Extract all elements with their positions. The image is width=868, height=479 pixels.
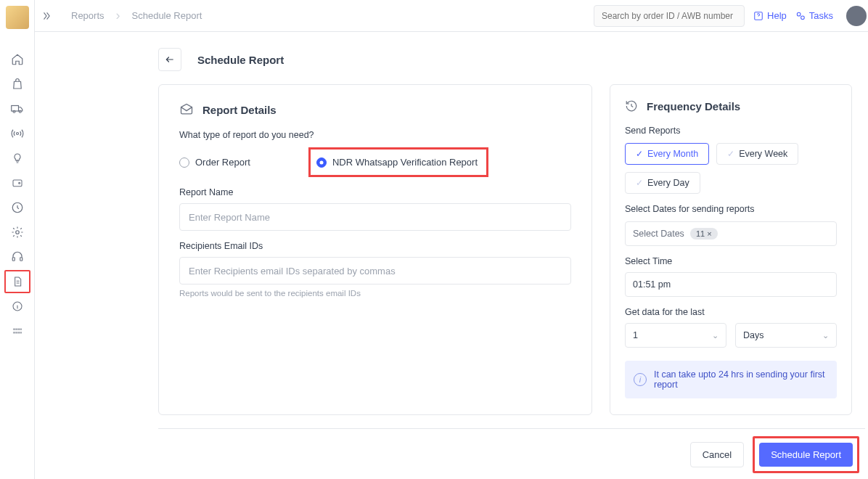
- check-icon: ✓: [636, 149, 643, 159]
- select-dates-input[interactable]: Select Dates 11 ×: [625, 221, 837, 246]
- arrow-left-icon: [164, 54, 176, 65]
- sidebar-item-home[interactable]: [4, 48, 30, 71]
- help-icon: [753, 11, 763, 21]
- breadcrumb-reports[interactable]: Reports: [61, 1, 115, 30]
- sidebar-item-reports[interactable]: [4, 270, 30, 293]
- select-dates-label: Select Dates for sending reports: [625, 204, 837, 214]
- chevron-down-icon: ⌄: [822, 331, 829, 340]
- svg-rect-9: [20, 258, 22, 261]
- freq-every-month[interactable]: ✓Every Month: [625, 143, 709, 165]
- main: Schedule Report Report Details What type…: [35, 32, 868, 479]
- svg-point-7: [15, 231, 19, 234]
- gear-icon: [795, 11, 806, 21]
- breadcrumb-schedule[interactable]: Schedule Report: [122, 1, 213, 30]
- time-input[interactable]: 01:51 pm: [625, 272, 837, 297]
- sidebar-item-settings[interactable]: [4, 221, 30, 244]
- divider: [158, 428, 865, 429]
- recipients-label: Recipients Email IDs: [179, 241, 571, 251]
- svg-point-5: [18, 182, 20, 184]
- page-header: Schedule Report: [35, 48, 868, 71]
- radio-label: NDR Whatsapp Verification Report: [332, 157, 478, 168]
- report-details-card: Report Details What type of report do yo…: [158, 84, 592, 415]
- history-icon: [625, 99, 638, 112]
- expand-sidebar-button[interactable]: [35, 4, 58, 28]
- info-icon: i: [634, 373, 647, 386]
- select-dates-text: Select Dates: [633, 229, 684, 239]
- recipients-hint: Reports would be sent to the recipients …: [179, 289, 571, 298]
- check-icon: ✓: [636, 178, 643, 188]
- report-name-input[interactable]: [179, 203, 571, 231]
- help-text: Help: [767, 10, 787, 21]
- search-input[interactable]: [594, 5, 745, 27]
- schedule-report-button[interactable]: Schedule Report: [759, 443, 853, 467]
- range-value-select[interactable]: 1⌄: [625, 323, 726, 348]
- info-banner: i It can take upto 24 hrs in sending you…: [625, 361, 837, 398]
- sidebar-item-refresh[interactable]: [4, 196, 30, 219]
- svg-point-13: [801, 16, 804, 20]
- envelope-icon: [179, 102, 194, 117]
- app-logo: [6, 6, 29, 29]
- sidebar-item-bag[interactable]: [4, 73, 30, 96]
- sidebar: [0, 0, 35, 479]
- sidebar-item-barcode[interactable]: [4, 319, 30, 343]
- info-text: It can take upto 24 hrs in sending your …: [654, 369, 828, 390]
- date-chip[interactable]: 11 ×: [690, 228, 718, 239]
- radio-label: Order Report: [195, 157, 250, 168]
- frequency-title: Frequency Details: [625, 99, 837, 112]
- freq-every-week[interactable]: ✓Every Week: [716, 143, 798, 165]
- freq-every-day[interactable]: ✓Every Day: [625, 172, 700, 194]
- radio-icon: [179, 157, 189, 168]
- chevron-down-icon: ⌄: [712, 331, 718, 340]
- tasks-link[interactable]: Tasks: [795, 10, 833, 21]
- recipients-input[interactable]: [179, 257, 571, 284]
- svg-rect-0: [11, 106, 18, 112]
- footer: Cancel Schedule Report: [690, 436, 859, 473]
- breadcrumb-sep-icon: ›: [116, 8, 120, 23]
- highlight-box: NDR Whatsapp Verification Report: [308, 147, 488, 177]
- sidebar-item-truck[interactable]: [4, 97, 30, 120]
- svg-point-3: [16, 133, 18, 135]
- svg-point-2: [19, 110, 21, 112]
- cancel-button[interactable]: Cancel: [690, 442, 744, 467]
- radio-order-report[interactable]: Order Report: [179, 157, 250, 168]
- page-title: Schedule Report: [197, 54, 284, 66]
- sidebar-item-support[interactable]: [4, 245, 30, 269]
- frequency-card: Frequency Details Send Reports ✓Every Mo…: [610, 84, 852, 415]
- topbar: Reports › Schedule Report Help Tasks: [0, 0, 868, 32]
- select-time-label: Select Time: [625, 256, 837, 266]
- report-details-title: Report Details: [179, 102, 571, 117]
- sidebar-item-bulb[interactable]: [4, 147, 30, 170]
- check-icon: ✓: [727, 149, 734, 159]
- report-name-label: Report Name: [179, 187, 571, 197]
- radio-ndr-whatsapp[interactable]: NDR Whatsapp Verification Report: [316, 157, 478, 168]
- highlight-box-submit: Schedule Report: [753, 436, 859, 473]
- send-reports-label: Send Reports: [625, 126, 837, 136]
- range-label: Get data for the last: [625, 307, 837, 317]
- svg-rect-8: [12, 258, 15, 261]
- sidebar-item-broadcast[interactable]: [4, 122, 30, 145]
- help-link[interactable]: Help: [753, 10, 787, 21]
- sidebar-item-info[interactable]: [4, 295, 30, 318]
- svg-point-1: [13, 110, 15, 112]
- svg-rect-4: [13, 180, 22, 187]
- range-unit-select[interactable]: Days⌄: [735, 323, 837, 348]
- report-type-question: What type of report do you need?: [179, 130, 571, 140]
- tasks-text: Tasks: [809, 10, 833, 21]
- avatar[interactable]: [846, 6, 867, 26]
- radio-icon-selected: [316, 157, 327, 168]
- svg-point-12: [797, 12, 801, 16]
- back-button[interactable]: [158, 48, 181, 71]
- sidebar-item-wallet[interactable]: [4, 171, 30, 195]
- breadcrumb: Reports › Schedule Report: [61, 1, 212, 30]
